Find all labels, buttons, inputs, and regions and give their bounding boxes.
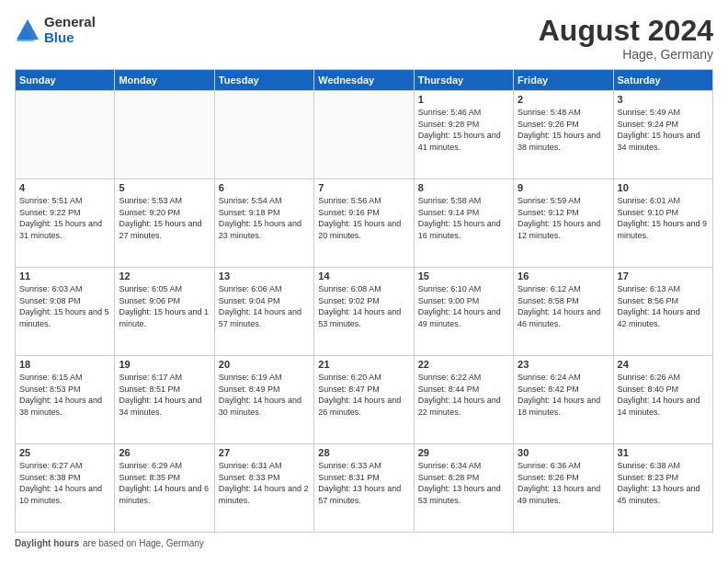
calendar-cell: 24Sunrise: 6:26 AM Sunset: 8:40 PM Dayli…: [613, 356, 712, 444]
calendar-cell: [115, 91, 214, 179]
day-number: 24: [618, 359, 709, 370]
page: General Blue August 2024 Hage, Germany S…: [0, 0, 728, 563]
day-info: Sunrise: 6:36 AM Sunset: 8:26 PM Dayligh…: [518, 460, 609, 506]
day-number: 3: [618, 94, 709, 105]
days-of-week-row: SundayMondayTuesdayWednesdayThursdayFrid…: [16, 70, 713, 91]
calendar-cell: 20Sunrise: 6:19 AM Sunset: 8:49 PM Dayli…: [214, 356, 313, 444]
calendar-cell: 7Sunrise: 5:56 AM Sunset: 9:16 PM Daylig…: [314, 179, 414, 268]
calendar-cell: 29Sunrise: 6:34 AM Sunset: 8:28 PM Dayli…: [414, 444, 513, 533]
header: General Blue August 2024 Hage, Germany: [15, 15, 713, 62]
calendar-cell: [314, 91, 414, 179]
logo-text: General Blue: [44, 15, 96, 45]
calendar-cell: 11Sunrise: 6:03 AM Sunset: 9:08 PM Dayli…: [16, 268, 115, 356]
calendar-cell: 2Sunrise: 5:48 AM Sunset: 9:26 PM Daylig…: [514, 91, 613, 179]
day-number: 15: [418, 270, 509, 282]
day-number: 31: [618, 447, 709, 458]
day-of-week-header: Friday: [514, 70, 613, 91]
calendar-cell: 13Sunrise: 6:06 AM Sunset: 9:04 PM Dayli…: [214, 268, 313, 356]
day-number: 5: [119, 182, 210, 193]
day-number: 27: [219, 447, 310, 458]
calendar-body: 1Sunrise: 5:46 AM Sunset: 9:28 PM Daylig…: [16, 91, 713, 533]
day-info: Sunrise: 5:49 AM Sunset: 9:24 PM Dayligh…: [618, 107, 709, 153]
calendar-cell: 3Sunrise: 5:49 AM Sunset: 9:24 PM Daylig…: [613, 91, 712, 179]
day-number: 23: [518, 359, 609, 370]
day-number: 18: [19, 359, 110, 370]
day-info: Sunrise: 5:59 AM Sunset: 9:12 PM Dayligh…: [518, 195, 609, 241]
calendar-cell: 17Sunrise: 6:13 AM Sunset: 8:56 PM Dayli…: [613, 268, 712, 356]
day-number: 6: [219, 182, 310, 193]
calendar-cell: 16Sunrise: 6:12 AM Sunset: 8:58 PM Dayli…: [514, 268, 613, 356]
calendar-cell: 22Sunrise: 6:22 AM Sunset: 8:44 PM Dayli…: [414, 356, 513, 444]
day-info: Sunrise: 6:34 AM Sunset: 8:28 PM Dayligh…: [418, 460, 509, 506]
day-info: Sunrise: 6:08 AM Sunset: 9:02 PM Dayligh…: [318, 283, 409, 329]
day-info: Sunrise: 5:46 AM Sunset: 9:28 PM Dayligh…: [418, 107, 509, 153]
day-info: Sunrise: 6:31 AM Sunset: 8:33 PM Dayligh…: [219, 460, 310, 506]
day-info: Sunrise: 5:54 AM Sunset: 9:18 PM Dayligh…: [219, 195, 310, 241]
day-info: Sunrise: 6:05 AM Sunset: 9:06 PM Dayligh…: [119, 283, 210, 329]
day-number: 11: [19, 270, 110, 282]
calendar-week-row: 18Sunrise: 6:15 AM Sunset: 8:53 PM Dayli…: [16, 356, 713, 444]
day-number: 26: [119, 447, 210, 458]
logo-general: General: [44, 15, 96, 30]
month-year: August 2024: [539, 15, 713, 47]
logo-icon: [15, 17, 40, 43]
calendar-week-row: 25Sunrise: 6:27 AM Sunset: 8:38 PM Dayli…: [16, 444, 713, 533]
footer-note: are based on Hage, Germany: [83, 538, 204, 548]
calendar-cell: [214, 91, 313, 179]
day-info: Sunrise: 6:10 AM Sunset: 9:00 PM Dayligh…: [418, 283, 509, 329]
day-info: Sunrise: 6:27 AM Sunset: 8:38 PM Dayligh…: [19, 460, 110, 506]
calendar-cell: 26Sunrise: 6:29 AM Sunset: 8:35 PM Dayli…: [115, 444, 214, 533]
day-number: 8: [418, 182, 509, 193]
day-info: Sunrise: 5:53 AM Sunset: 9:20 PM Dayligh…: [119, 195, 210, 241]
day-info: Sunrise: 6:29 AM Sunset: 8:35 PM Dayligh…: [119, 460, 210, 506]
day-of-week-header: Sunday: [16, 70, 115, 91]
day-info: Sunrise: 6:22 AM Sunset: 8:44 PM Dayligh…: [418, 372, 509, 418]
calendar-week-row: 11Sunrise: 6:03 AM Sunset: 9:08 PM Dayli…: [16, 268, 713, 356]
day-number: 4: [19, 182, 110, 193]
day-info: Sunrise: 6:13 AM Sunset: 8:56 PM Dayligh…: [618, 283, 709, 329]
day-number: 2: [518, 94, 609, 105]
calendar-cell: 9Sunrise: 5:59 AM Sunset: 9:12 PM Daylig…: [514, 179, 613, 268]
day-number: 29: [418, 447, 509, 458]
day-of-week-header: Tuesday: [214, 70, 313, 91]
day-number: 13: [219, 270, 310, 282]
title-block: August 2024 Hage, Germany: [539, 15, 713, 62]
calendar-cell: [16, 91, 115, 179]
day-info: Sunrise: 6:19 AM Sunset: 8:49 PM Dayligh…: [219, 372, 310, 418]
day-info: Sunrise: 6:17 AM Sunset: 8:51 PM Dayligh…: [119, 372, 210, 418]
day-info: Sunrise: 6:12 AM Sunset: 8:58 PM Dayligh…: [518, 283, 609, 329]
calendar: SundayMondayTuesdayWednesdayThursdayFrid…: [15, 69, 713, 533]
calendar-cell: 23Sunrise: 6:24 AM Sunset: 8:42 PM Dayli…: [514, 356, 613, 444]
calendar-cell: 15Sunrise: 6:10 AM Sunset: 9:00 PM Dayli…: [414, 268, 513, 356]
day-info: Sunrise: 6:15 AM Sunset: 8:53 PM Dayligh…: [19, 372, 110, 418]
day-info: Sunrise: 6:20 AM Sunset: 8:47 PM Dayligh…: [318, 372, 409, 418]
footer: Daylight hours are based on Hage, German…: [15, 538, 713, 548]
logo-blue: Blue: [44, 30, 96, 46]
day-number: 25: [19, 447, 110, 458]
day-info: Sunrise: 5:58 AM Sunset: 9:14 PM Dayligh…: [418, 195, 509, 241]
day-of-week-header: Thursday: [414, 70, 513, 91]
day-info: Sunrise: 6:01 AM Sunset: 9:10 PM Dayligh…: [618, 195, 709, 241]
day-info: Sunrise: 6:38 AM Sunset: 8:23 PM Dayligh…: [618, 460, 709, 506]
day-number: 17: [618, 270, 709, 282]
calendar-cell: 4Sunrise: 5:51 AM Sunset: 9:22 PM Daylig…: [16, 179, 115, 268]
day-info: Sunrise: 6:33 AM Sunset: 8:31 PM Dayligh…: [318, 460, 409, 506]
calendar-cell: 14Sunrise: 6:08 AM Sunset: 9:02 PM Dayli…: [314, 268, 414, 356]
calendar-cell: 30Sunrise: 6:36 AM Sunset: 8:26 PM Dayli…: [514, 444, 613, 533]
calendar-cell: 8Sunrise: 5:58 AM Sunset: 9:14 PM Daylig…: [414, 179, 513, 268]
day-info: Sunrise: 5:51 AM Sunset: 9:22 PM Dayligh…: [19, 195, 110, 241]
day-of-week-header: Saturday: [613, 70, 712, 91]
calendar-cell: 10Sunrise: 6:01 AM Sunset: 9:10 PM Dayli…: [613, 179, 712, 268]
calendar-cell: 18Sunrise: 6:15 AM Sunset: 8:53 PM Dayli…: [16, 356, 115, 444]
day-number: 22: [418, 359, 509, 370]
calendar-cell: 1Sunrise: 5:46 AM Sunset: 9:28 PM Daylig…: [414, 91, 513, 179]
day-info: Sunrise: 6:03 AM Sunset: 9:08 PM Dayligh…: [19, 283, 110, 329]
calendar-cell: 25Sunrise: 6:27 AM Sunset: 8:38 PM Dayli…: [16, 444, 115, 533]
logo: General Blue: [15, 15, 96, 45]
day-number: 30: [518, 447, 609, 458]
day-number: 1: [418, 94, 509, 105]
day-of-week-header: Wednesday: [314, 70, 414, 91]
day-number: 19: [119, 359, 210, 370]
day-number: 7: [318, 182, 409, 193]
calendar-cell: 27Sunrise: 6:31 AM Sunset: 8:33 PM Dayli…: [214, 444, 313, 533]
